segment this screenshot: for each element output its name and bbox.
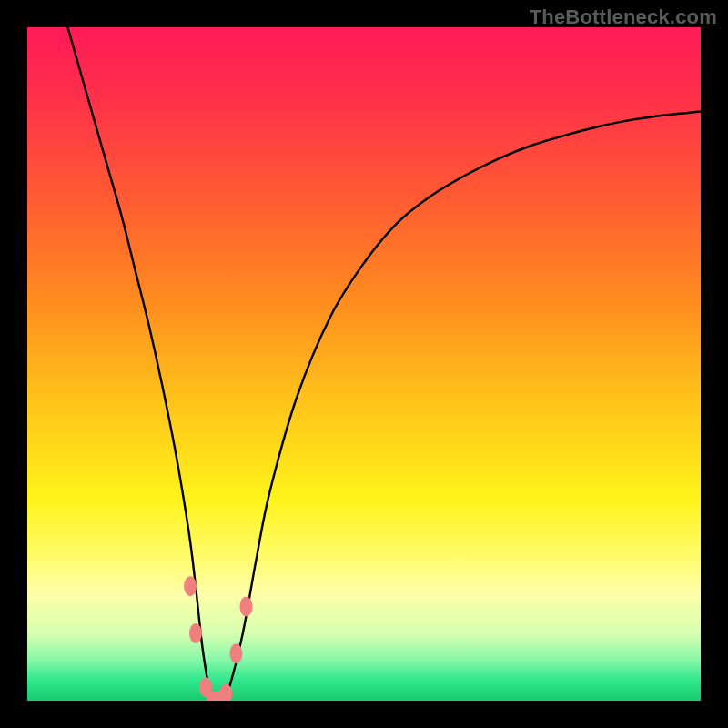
marker-dot — [184, 576, 197, 596]
marker-dot — [189, 623, 202, 643]
plot-area — [27, 27, 701, 701]
bottleneck-curve — [67, 27, 701, 701]
marker-dot — [240, 596, 253, 616]
marker-dot — [229, 643, 242, 663]
watermark-text: TheBottleneck.com — [530, 5, 717, 29]
chart-frame: TheBottleneck.com — [0, 0, 728, 728]
curve-layer — [27, 27, 701, 701]
